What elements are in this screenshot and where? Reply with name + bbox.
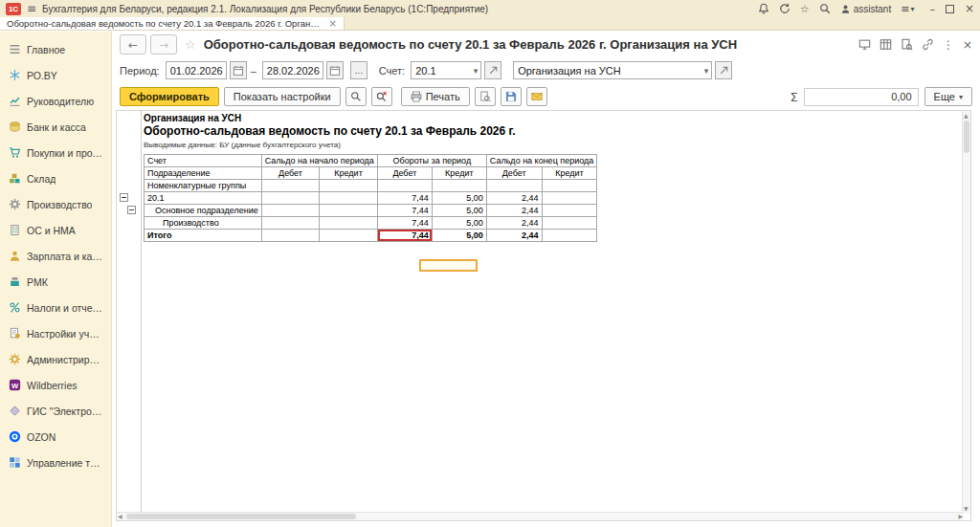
cell[interactable]: [542, 217, 597, 230]
minimize-button[interactable]: –: [929, 3, 935, 15]
row-label[interactable]: Итого: [145, 230, 262, 242]
account-dropdown-icon[interactable]: ▾: [474, 66, 479, 76]
sidebar-item-ozon[interactable]: OZON: [0, 424, 111, 450]
header-debit[interactable]: Дебет: [377, 167, 432, 180]
header-department[interactable]: Подразделение: [145, 167, 262, 180]
scroll-up-icon[interactable]: ▲: [964, 112, 969, 120]
generate-button[interactable]: Сформировать: [120, 87, 219, 106]
header-nomenclature[interactable]: Номенклатурные группы: [145, 180, 262, 192]
account-open-button[interactable]: [484, 61, 501, 79]
open-in-window-icon[interactable]: [858, 38, 871, 51]
find-button[interactable]: [345, 87, 367, 106]
row-label[interactable]: Производство: [145, 217, 262, 230]
date-to-calendar-button[interactable]: [326, 61, 344, 79]
cell[interactable]: [377, 180, 432, 192]
find-in-report-icon[interactable]: [901, 38, 913, 51]
sidebar-item-rmk[interactable]: РМК: [0, 269, 111, 295]
sidebar-item-pokupki-i-prodazhi[interactable]: Покупки и продажи: [0, 140, 111, 165]
header-credit[interactable]: Кредит: [542, 167, 597, 180]
cell[interactable]: [542, 205, 597, 217]
history-icon[interactable]: [779, 3, 791, 15]
favorites-icon[interactable]: ☆: [800, 3, 810, 15]
sidebar-item-wildberries[interactable]: W Wildberries: [0, 372, 111, 398]
header-credit[interactable]: Кредит: [320, 167, 378, 180]
sidebar-item-po-by[interactable]: РО.BY: [0, 62, 111, 88]
cell[interactable]: 7,44: [377, 217, 432, 230]
spreadsheet-icon[interactable]: [880, 38, 892, 51]
more-button[interactable]: Еще ▾: [924, 87, 972, 106]
forward-button[interactable]: →: [150, 34, 177, 55]
search-icon[interactable]: [819, 3, 831, 15]
save-button[interactable]: [501, 87, 522, 106]
sidebar-item-administrirovanie[interactable]: Администрирование: [0, 346, 111, 372]
cell[interactable]: [261, 230, 320, 242]
more-menu-icon[interactable]: ⋮: [943, 38, 954, 52]
row-label[interactable]: 20.1: [145, 192, 262, 205]
cancel-find-button[interactable]: [371, 87, 392, 106]
maximize-button[interactable]: [946, 5, 954, 13]
header-debit[interactable]: Дебет: [261, 167, 320, 180]
sidebar-item-gis-elektronny-znak[interactable]: ГИС "Электронный знак": [0, 398, 111, 424]
horizontal-scrollbar[interactable]: ◀ ▶: [117, 512, 964, 520]
cell[interactable]: [432, 180, 486, 192]
cell[interactable]: 2,44: [486, 230, 542, 242]
cell[interactable]: 5,00: [432, 192, 486, 205]
sidebar-item-sklad[interactable]: Склад: [0, 165, 111, 191]
organization-dropdown-icon[interactable]: ▾: [704, 66, 709, 76]
vertical-scroll-thumb[interactable]: [964, 121, 969, 153]
scroll-down-icon[interactable]: ▼: [964, 505, 969, 513]
organization-open-button[interactable]: [715, 61, 732, 79]
tab-osv-report[interactable]: Оборотно-сальдовая ведомость по счету 20…: [0, 17, 345, 30]
cell[interactable]: [320, 180, 378, 192]
sidebar-item-zarplata-i-kadry[interactable]: Зарплата и кадры: [0, 243, 111, 269]
cell[interactable]: 5,00: [432, 217, 486, 230]
sum-field[interactable]: 0,00: [804, 88, 919, 106]
header-debit[interactable]: Дебет: [486, 167, 542, 180]
header-saldo-end[interactable]: Сальдо на конец периода: [486, 155, 596, 167]
close-window-button[interactable]: ×: [965, 2, 974, 15]
date-to-input[interactable]: 28.02.2026: [262, 61, 323, 79]
email-button[interactable]: [526, 87, 547, 106]
tab-close-icon[interactable]: ×: [329, 18, 337, 29]
collapse-group-icon[interactable]: [127, 206, 136, 214]
print-button[interactable]: Печать: [401, 87, 470, 106]
cell[interactable]: [320, 205, 378, 217]
cell[interactable]: [542, 192, 597, 205]
date-from-calendar-button[interactable]: [230, 61, 247, 79]
sidebar-item-glavnoe[interactable]: Главное: [0, 36, 111, 62]
collapse-group-icon[interactable]: [120, 193, 128, 202]
cell[interactable]: [486, 180, 542, 192]
header-account[interactable]: Счет: [145, 155, 262, 167]
sidebar-item-os-i-nma[interactable]: ОС и НМА: [0, 217, 111, 243]
cell[interactable]: [320, 217, 378, 230]
row-label[interactable]: Основное подразделение: [145, 205, 262, 217]
cell[interactable]: 5,00: [432, 205, 486, 217]
cell-selected[interactable]: 7,44: [377, 230, 432, 242]
sidebar-item-upravlenie-tarifom[interactable]: Управление тарифом: [0, 450, 111, 475]
show-settings-button[interactable]: Показать настройки: [224, 87, 341, 106]
cell[interactable]: [542, 230, 597, 242]
scroll-left-icon[interactable]: ◀: [118, 513, 122, 520]
period-choice-button[interactable]: ...: [350, 61, 368, 79]
cell[interactable]: [542, 180, 597, 192]
favorite-star-icon[interactable]: ☆: [185, 37, 196, 52]
panels-icon[interactable]: ≡ ▾: [901, 3, 914, 15]
sidebar-item-rukovoditelyu[interactable]: Руководителю: [0, 88, 111, 114]
cell[interactable]: 7,44: [377, 205, 432, 217]
header-saldo-start[interactable]: Сальдо на начало периода: [261, 155, 377, 167]
cell[interactable]: [261, 205, 320, 217]
cell[interactable]: [261, 180, 320, 192]
cell[interactable]: 2,44: [486, 205, 542, 217]
sidebar-item-nalogi-i-otchetnost[interactable]: Налоги и отчетность: [0, 295, 111, 320]
vertical-scrollbar[interactable]: ▲ ▼: [962, 111, 970, 514]
get-link-icon[interactable]: [922, 38, 934, 51]
organization-input[interactable]: Организация на УСН ▾: [513, 61, 712, 79]
cell[interactable]: 2,44: [486, 192, 542, 205]
cell[interactable]: [320, 192, 378, 205]
preview-button[interactable]: [475, 87, 496, 106]
cell[interactable]: 7,44: [377, 192, 432, 205]
back-button[interactable]: ←: [120, 34, 146, 55]
cell[interactable]: 5,00: [432, 230, 486, 242]
header-credit[interactable]: Кредит: [432, 167, 486, 180]
header-turnover[interactable]: Обороты за период: [377, 155, 486, 167]
